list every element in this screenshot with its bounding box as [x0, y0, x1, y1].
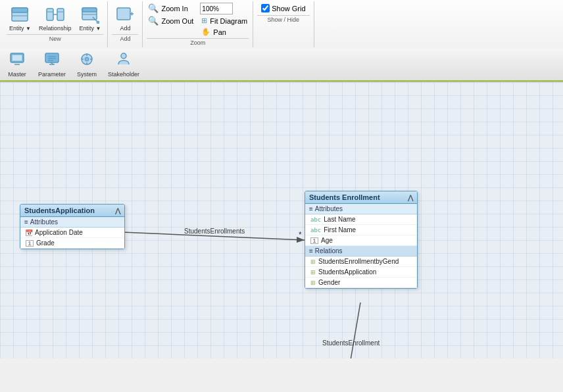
- rel-icon-3: ⊞: [310, 280, 316, 286]
- students-enrollment-header: Students Enrollment ⋀: [305, 191, 417, 204]
- zoom-out-icon: 🔍: [148, 16, 159, 26]
- add-btn[interactable]: Add: [112, 3, 138, 33]
- ribbon-row-2: Master Parameter: [0, 49, 563, 82]
- svg-point-12: [97, 21, 99, 24]
- relationship-icon: [45, 4, 66, 25]
- group-new: Entity ▼ Relationship: [3, 1, 108, 47]
- relations-section-enroll: ≡ Relations: [305, 246, 417, 257]
- rel-icon-2: ⊞: [310, 269, 316, 276]
- svg-text:StudentsEnrollment: StudentsEnrollment: [322, 339, 379, 347]
- students-application-entity[interactable]: StudentsApplication ⋀ ≡ Attributes 📅 App…: [20, 204, 125, 249]
- zoom-input[interactable]: [200, 3, 233, 14]
- pan-btn[interactable]: ✋ Pan: [200, 27, 249, 37]
- parameter-btn[interactable]: Parameter: [34, 50, 70, 79]
- entity-icon: [9, 4, 30, 25]
- relation-gender: ⊞ Gender: [305, 278, 417, 288]
- relationship-btn[interactable]: Relationship: [36, 3, 74, 33]
- grid-checkbox-input[interactable]: [261, 4, 270, 12]
- add-icon: [114, 4, 135, 25]
- svg-rect-4: [57, 9, 64, 20]
- date-icon: 📅: [26, 230, 32, 236]
- num-icon: 1: [26, 240, 34, 247]
- entity2-btn[interactable]: Entity ▼: [76, 3, 103, 33]
- stakeholder-icon: [116, 51, 132, 71]
- attributes-section-app: ≡ Attributes: [20, 217, 124, 228]
- attr-enroll-lastname: abc Last Name: [305, 214, 417, 225]
- zoom-out-btn[interactable]: 🔍 Zoom Out: [147, 15, 195, 26]
- num-icon-age: 1: [310, 237, 318, 244]
- students-application-header: StudentsApplication ⋀: [20, 205, 124, 217]
- svg-rect-3: [47, 9, 53, 20]
- svg-rect-1: [12, 8, 28, 12]
- show-grid-checkbox[interactable]: Show Grid: [261, 4, 305, 12]
- toolbar: Entity ▼ Relationship: [0, 0, 563, 82]
- ribbon-row-1: Entity ▼ Relationship: [0, 0, 563, 49]
- stakeholder-btn[interactable]: Stakeholder: [104, 50, 143, 79]
- svg-rect-13: [117, 8, 130, 20]
- group-show-hide: Show Grid Show / Hide: [253, 1, 314, 47]
- students-enrollment-entity[interactable]: Students Enrollment ⋀ ≡ Attributes abc L…: [305, 191, 418, 289]
- rel-icon-1: ⊞: [310, 258, 316, 265]
- svg-point-31: [121, 53, 126, 59]
- relation-bygend: ⊞ StudentsEnrollmentbyGend: [305, 257, 417, 267]
- system-icon: [79, 51, 95, 71]
- group-add: Add Add: [108, 1, 143, 47]
- attr-app-date: 📅 Application Date: [20, 228, 124, 238]
- system-btn[interactable]: System: [72, 50, 101, 79]
- parameter-icon: [44, 51, 60, 71]
- text-icon-1: abc: [310, 216, 321, 223]
- svg-rect-19: [45, 53, 59, 62]
- fit-diagram-btn[interactable]: ⊞ Fit Diagram: [200, 16, 249, 26]
- master-btn[interactable]: Master: [3, 50, 32, 79]
- attributes-section-enroll: ≡ Attributes: [305, 204, 417, 214]
- pan-icon: ✋: [201, 28, 210, 36]
- svg-line-32: [122, 232, 305, 240]
- svg-line-37: [349, 303, 360, 358]
- svg-rect-9: [82, 8, 97, 12]
- zoom-in-btn[interactable]: 🔍 Zoom In: [147, 3, 195, 14]
- svg-point-26: [85, 57, 89, 61]
- relation-app: ⊞ StudentsApplication: [305, 267, 417, 278]
- text-icon-2: abc: [310, 227, 321, 233]
- svg-rect-17: [12, 55, 22, 61]
- entity-btn[interactable]: Entity ▼: [7, 3, 34, 33]
- svg-text:StudentsEnrollments: StudentsEnrollments: [184, 228, 245, 235]
- attr-app-grade: 1 Grade: [20, 238, 124, 249]
- collapse-btn-enroll[interactable]: ⋀: [408, 194, 413, 201]
- fit-diagram-icon: ⊞: [201, 16, 207, 25]
- zoom-in-icon: 🔍: [148, 3, 159, 13]
- collapse-btn-app[interactable]: ⋀: [115, 207, 120, 214]
- attr-enroll-firstname: abc First Name: [305, 225, 417, 235]
- svg-text:*: *: [299, 230, 302, 239]
- canvas[interactable]: StudentsEnrollments * StudentsEnrollment…: [0, 82, 563, 358]
- master-icon: [9, 51, 25, 71]
- group-zoom: 🔍 Zoom In 🔍 Zoom Out ⊞: [143, 1, 253, 47]
- attr-enroll-age: 1 Age: [305, 235, 417, 246]
- entity2-icon: [80, 4, 101, 25]
